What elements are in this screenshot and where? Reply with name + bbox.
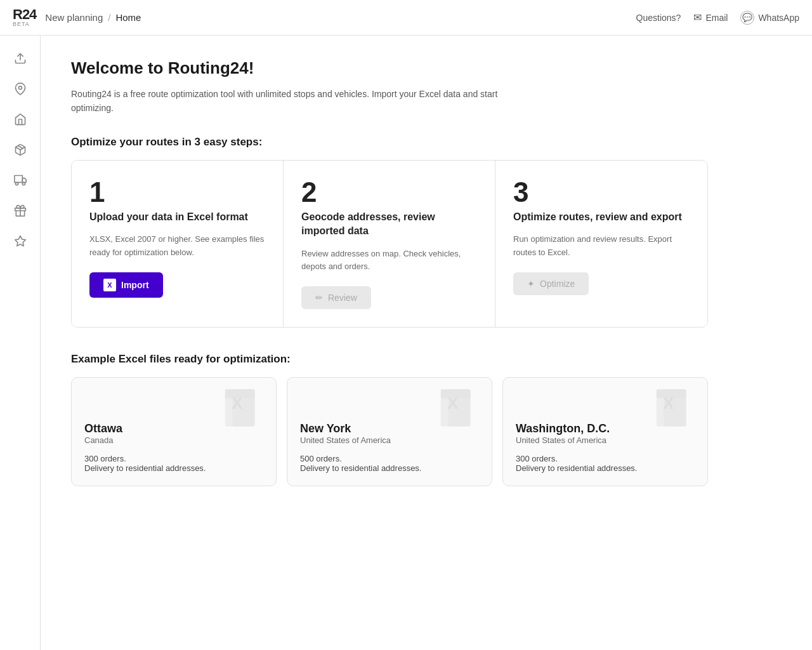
step-title-3: Optimize routes, review and export xyxy=(513,210,690,224)
example-card-ottawa[interactable]: X Ottawa Canada 300 orders. Delivery to … xyxy=(71,377,277,486)
header-left: R24 BETA New planning / Home xyxy=(13,8,141,27)
example-delivery-washington: Delivery to residential addresses. xyxy=(516,463,695,473)
step-title-1: Upload your data in Excel format xyxy=(89,210,265,224)
examples-grid: X Ottawa Canada 300 orders. Delivery to … xyxy=(71,377,708,486)
sidebar-icon-truck[interactable] xyxy=(8,168,33,193)
whatsapp-button[interactable]: 💬 WhatsApp xyxy=(740,11,799,25)
whatsapp-label: WhatsApp xyxy=(758,13,799,23)
sidebar-icon-upload[interactable] xyxy=(8,46,33,71)
excel-bg-washington: X xyxy=(653,388,697,435)
sidebar xyxy=(0,36,41,650)
svg-point-7 xyxy=(22,182,25,185)
content-inner: Welcome to Routing24! Routing24 is a fre… xyxy=(41,36,738,517)
header-right: Questions? ✉ Email 💬 WhatsApp xyxy=(636,11,799,25)
example-delivery-ottawa: Delivery to residential addresses. xyxy=(84,463,263,473)
example-delivery-newyork: Delivery to residential addresses. xyxy=(300,463,479,473)
svg-rect-4 xyxy=(14,176,22,183)
optimize-button[interactable]: ✦ Optimize xyxy=(513,272,589,295)
logo-r24: R24 xyxy=(13,8,36,22)
content-area[interactable]: Welcome to Routing24! Routing24 is a fre… xyxy=(41,36,812,650)
optimize-icon: ✦ xyxy=(527,279,535,289)
logo-beta: BETA xyxy=(13,22,30,27)
svg-text:X: X xyxy=(232,394,242,412)
welcome-title: Welcome to Routing24! xyxy=(71,58,708,78)
review-icon: ✏ xyxy=(315,293,323,303)
example-card-newyork[interactable]: X New York United States of America 500 … xyxy=(287,377,492,486)
svg-point-6 xyxy=(15,182,18,185)
email-icon: ✉ xyxy=(693,11,702,23)
step-number-2: 2 xyxy=(301,178,477,206)
step-desc-1: XLSX, Excel 2007 or higher. See examples… xyxy=(89,233,265,260)
examples-section-title: Example Excel files ready for optimizati… xyxy=(71,353,708,366)
sidebar-icon-sparkle[interactable] xyxy=(8,229,33,254)
example-orders-ottawa: 300 orders. xyxy=(84,454,263,463)
svg-line-2 xyxy=(18,146,23,149)
example-country-ottawa: Canada xyxy=(84,435,263,445)
steps-grid: 1 Upload your data in Excel format XLSX,… xyxy=(71,160,708,328)
step-title-2: Geocode addresses, review imported data xyxy=(301,210,477,239)
logo: R24 BETA xyxy=(13,8,36,27)
svg-text:X: X xyxy=(447,394,458,412)
breadcrumb-part1[interactable]: New planning xyxy=(45,12,103,23)
steps-section-title: Optimize your routes in 3 easy steps: xyxy=(71,136,708,149)
breadcrumb: New planning / Home xyxy=(45,12,141,23)
breadcrumb-part2: Home xyxy=(115,12,141,23)
svg-point-1 xyxy=(18,86,22,90)
svg-marker-5 xyxy=(22,178,26,183)
sidebar-icon-gift[interactable] xyxy=(8,198,33,223)
import-excel-icon: X xyxy=(103,279,116,291)
questions-label: Questions? xyxy=(636,13,681,23)
excel-bg-ottawa: X xyxy=(221,388,266,435)
step-number-3: 3 xyxy=(513,178,690,206)
import-button[interactable]: X Import xyxy=(89,272,163,298)
step-card-3: 3 Optimize routes, review and export Run… xyxy=(495,161,707,327)
main-layout: Welcome to Routing24! Routing24 is a fre… xyxy=(0,36,812,650)
step-number-1: 1 xyxy=(89,178,265,206)
sidebar-icon-package[interactable] xyxy=(8,137,33,162)
excel-bg-newyork: X xyxy=(437,388,481,435)
top-header: R24 BETA New planning / Home Questions? … xyxy=(0,0,812,36)
sidebar-icon-location[interactable] xyxy=(8,76,33,102)
welcome-description: Routing24 is a free route optimization t… xyxy=(71,87,502,116)
step-card-1: 1 Upload your data in Excel format XLSX,… xyxy=(72,161,284,327)
step-card-2: 2 Geocode addresses, review imported dat… xyxy=(284,161,495,327)
email-label: Email xyxy=(705,13,728,23)
optimize-label: Optimize xyxy=(540,279,575,289)
step-desc-3: Run optimization and review results. Exp… xyxy=(513,233,690,260)
review-button[interactable]: ✏ Review xyxy=(301,286,371,309)
example-country-washington: United States of America xyxy=(516,435,695,445)
breadcrumb-separator: / xyxy=(108,12,110,23)
svg-text:X: X xyxy=(663,394,674,412)
whatsapp-icon: 💬 xyxy=(740,11,754,25)
svg-marker-10 xyxy=(15,236,25,246)
example-orders-newyork: 500 orders. xyxy=(300,454,479,463)
example-orders-washington: 300 orders. xyxy=(516,454,695,463)
step-desc-2: Review addresses on map. Check vehicles,… xyxy=(301,248,477,274)
review-label: Review xyxy=(328,293,357,303)
sidebar-icon-home[interactable] xyxy=(8,107,33,132)
import-label: Import xyxy=(121,280,149,290)
example-card-washington[interactable]: X Washington, D.C. United States of Amer… xyxy=(502,377,708,486)
example-country-newyork: United States of America xyxy=(300,435,479,445)
email-button[interactable]: ✉ Email xyxy=(693,11,728,23)
